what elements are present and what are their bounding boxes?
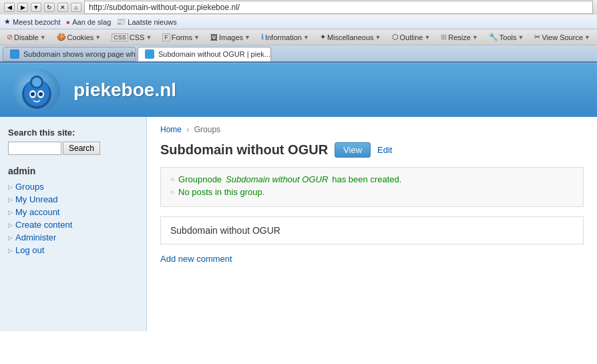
images-icon: 🖼 bbox=[210, 33, 218, 41]
tabs-bar: 🌐 Subdomain shows wrong page when O... ✕… bbox=[0, 45, 597, 63]
search-section: Search this site: Search bbox=[8, 128, 138, 155]
breadcrumb-home[interactable]: Home bbox=[160, 125, 182, 134]
toolbar-forms[interactable]: F Forms ▼ bbox=[158, 31, 204, 43]
dropdown-icon: ▼ bbox=[518, 34, 524, 41]
dropdown-icon: ▼ bbox=[303, 34, 309, 41]
nav-item-create-content: Create content bbox=[8, 220, 138, 230]
page-wrapper: piekeboe.nl Search this site: Search adm… bbox=[0, 63, 597, 331]
dropdown-icon: ▼ bbox=[375, 34, 381, 41]
bookmarks-bar: ★ Meest bezocht ● Aan de slag 📰 Laatste … bbox=[0, 15, 597, 29]
nav-link-create-content[interactable]: Create content bbox=[15, 220, 72, 230]
title-bar: ◀ ▶ ▼ ↻ ✕ ⌂ http://subdomain-without-ogu… bbox=[0, 0, 597, 15]
message-item-2: No posts in this group. bbox=[170, 187, 574, 197]
home-button[interactable]: ⌂ bbox=[71, 3, 81, 12]
message-groupnode-link[interactable]: Subdomain without OGUR bbox=[226, 174, 328, 184]
sidebar-nav: Groups My Unread My account Create conte… bbox=[8, 182, 138, 255]
menu-button[interactable]: ▼ bbox=[31, 3, 41, 12]
site-header: piekeboe.nl bbox=[0, 63, 597, 117]
toolbar-view-source[interactable]: ✂ View Source ▼ bbox=[530, 31, 594, 43]
search-input[interactable] bbox=[8, 142, 61, 155]
address-bar[interactable]: http://subdomain-without-ogur.piekeboe.n… bbox=[84, 1, 593, 14]
dropdown-icon: ▼ bbox=[194, 34, 200, 41]
nav-item-log-out: Log out bbox=[8, 245, 138, 255]
toolbar-label: View Source bbox=[542, 33, 583, 41]
bookmark-label: Aan de slag bbox=[72, 18, 111, 26]
toolbar-disable[interactable]: ⊘ Disable ▼ bbox=[3, 31, 50, 43]
toolbar-label: Images bbox=[219, 33, 243, 41]
tab-favicon: 🌐 bbox=[145, 49, 154, 59]
nav-link-administer[interactable]: Administer bbox=[15, 232, 56, 242]
main-content: Home › Groups Subdomain without OGUR Vie… bbox=[147, 117, 597, 331]
page-title: Subdomain without OGUR bbox=[160, 142, 328, 158]
misc-icon: ✦ bbox=[320, 33, 326, 41]
content-block: Subdomain without OGUR bbox=[160, 216, 584, 244]
tab-favicon: 🌐 bbox=[10, 49, 19, 59]
bookmark-label: Meest bezocht bbox=[13, 18, 61, 26]
breadcrumb-current: Groups bbox=[194, 125, 220, 134]
druplicon-icon bbox=[15, 69, 59, 112]
dropdown-icon: ▼ bbox=[244, 34, 250, 41]
forward-button[interactable]: ▶ bbox=[17, 3, 28, 12]
nav-link-my-account[interactable]: My account bbox=[15, 207, 59, 217]
breadcrumb-sep: › bbox=[186, 125, 189, 134]
nav-item-groups: Groups bbox=[8, 182, 138, 192]
toolbar-css[interactable]: CSS CSS ▼ bbox=[108, 31, 156, 43]
nav-link-my-unread[interactable]: My Unread bbox=[15, 194, 58, 204]
view-button[interactable]: View bbox=[335, 142, 371, 158]
reload-button[interactable]: ↻ bbox=[44, 3, 55, 12]
message-text-after: has been created. bbox=[332, 174, 401, 184]
toolbar-outline[interactable]: ⬡ Outline ▼ bbox=[388, 31, 435, 43]
dev-toolbar: ⊘ Disable ▼ 🍪 Cookies ▼ CSS CSS ▼ F Form… bbox=[0, 29, 597, 45]
toolbar-label: Forms bbox=[172, 33, 192, 41]
bookmark-aan-de-slag[interactable]: ● Aan de slag bbox=[66, 18, 112, 26]
svg-point-6 bbox=[31, 92, 35, 96]
messages-box: Groupnode Subdomain without OGUR has bee… bbox=[160, 167, 584, 207]
toolbar-label: Information bbox=[265, 33, 302, 41]
toolbar-images[interactable]: 🖼 Images ▼ bbox=[206, 31, 254, 43]
add-comment-link[interactable]: Add new comment bbox=[160, 254, 232, 264]
toolbar-label: Cookies bbox=[67, 33, 94, 41]
toolbar-tools[interactable]: 🔧 Tools ▼ bbox=[485, 31, 528, 43]
info-icon: ℹ bbox=[261, 33, 264, 41]
stop-button[interactable]: ✕ bbox=[57, 3, 68, 12]
nav-item-my-account: My account bbox=[8, 207, 138, 217]
bookmark-laatste-nieuws[interactable]: 📰 Laatste nieuws bbox=[116, 17, 176, 26]
svg-point-7 bbox=[39, 92, 43, 96]
search-label: Search this site: bbox=[8, 128, 138, 138]
tab-2[interactable]: 🌐 Subdomain without OGUR | piek... ✕ bbox=[138, 47, 271, 61]
message-text-before: Groupnode bbox=[178, 174, 222, 184]
toolbar-label: Miscellaneous bbox=[327, 33, 374, 41]
back-button[interactable]: ◀ bbox=[4, 3, 15, 12]
tools-icon: 🔧 bbox=[489, 33, 498, 41]
dropdown-icon: ▼ bbox=[584, 34, 590, 41]
nav-item-administer: Administer bbox=[8, 232, 138, 242]
dropdown-icon: ▼ bbox=[472, 34, 478, 41]
dropdown-icon: ▼ bbox=[424, 34, 430, 41]
toolbar-cookies[interactable]: 🍪 Cookies ▼ bbox=[53, 31, 106, 43]
tab-label: Subdomain shows wrong page when O... bbox=[23, 50, 136, 58]
edit-link[interactable]: Edit bbox=[377, 145, 392, 155]
bookmark-icon: ★ bbox=[4, 17, 11, 26]
toolbar-label: Outline bbox=[400, 33, 423, 41]
message-item-1: Groupnode Subdomain without OGUR has bee… bbox=[170, 174, 574, 184]
bookmark-meest-bezocht[interactable]: ★ Meest bezocht bbox=[4, 17, 61, 26]
dropdown-icon: ▼ bbox=[40, 34, 46, 41]
search-button[interactable]: Search bbox=[63, 142, 100, 155]
tab-1[interactable]: 🌐 Subdomain shows wrong page when O... ✕ bbox=[3, 47, 136, 61]
content-block-text: Subdomain without OGUR bbox=[170, 225, 280, 236]
message-no-posts: No posts in this group. bbox=[178, 187, 264, 197]
page-title-row: Subdomain without OGUR View Edit bbox=[160, 142, 584, 158]
toolbar-miscellaneous[interactable]: ✦ Miscellaneous ▼ bbox=[316, 31, 385, 43]
nav-link-log-out[interactable]: Log out bbox=[15, 245, 44, 255]
content-area: Search this site: Search admin Groups My… bbox=[0, 117, 597, 331]
nav-item-my-unread: My Unread bbox=[8, 194, 138, 204]
bookmark-label: Laatste nieuws bbox=[128, 18, 176, 26]
nav-link-groups[interactable]: Groups bbox=[15, 182, 44, 192]
toolbar-resize[interactable]: ⊞ Resize ▼ bbox=[437, 31, 482, 43]
toolbar-information[interactable]: ℹ Information ▼ bbox=[257, 31, 313, 43]
forms-icon: F bbox=[162, 33, 170, 41]
svg-point-3 bbox=[32, 77, 41, 87]
resize-icon: ⊞ bbox=[441, 33, 447, 41]
dropdown-icon: ▼ bbox=[95, 34, 101, 41]
css-icon: CSS bbox=[112, 33, 128, 41]
